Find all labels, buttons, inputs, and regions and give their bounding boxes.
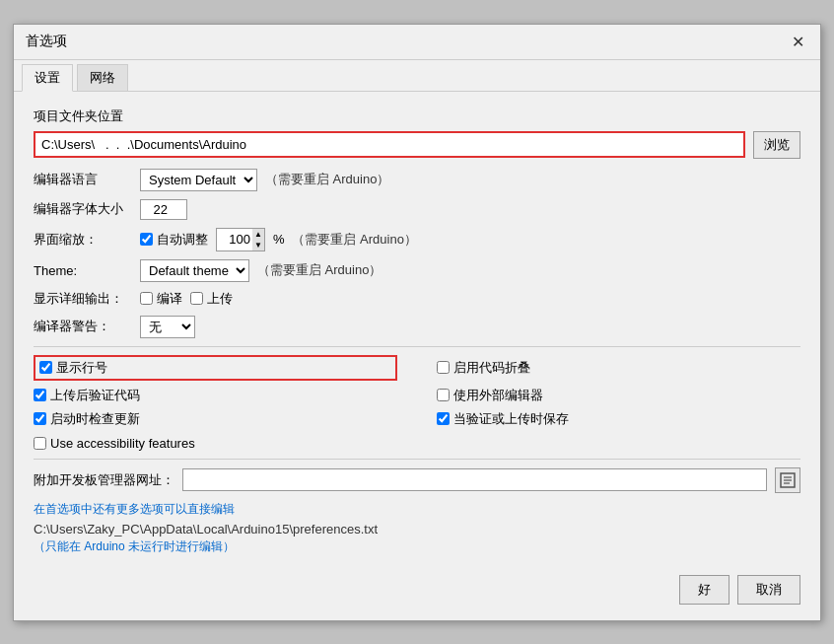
editor-font-size-label: 编辑器字体大小 — [34, 200, 132, 218]
save-on-verify-row: 当验证或上传时保存 — [437, 410, 800, 428]
show-line-numbers-label: 显示行号 — [56, 359, 107, 377]
editor-language-row: 编辑器语言 System Default （需要重启 Arduino） — [34, 169, 800, 191]
tab-bar: 设置 网络 — [14, 60, 820, 92]
compiler-warnings-row: 编译器警告： 无 默认 更多 全部 — [34, 316, 800, 338]
title-bar: 首选项 ✕ — [14, 25, 820, 60]
enable-code-folding-row: 启用代码折叠 — [437, 355, 800, 381]
cancel-button[interactable]: 取消 — [737, 575, 800, 605]
sketchbook-path-input[interactable] — [35, 133, 743, 156]
compile-checkbox[interactable] — [140, 292, 153, 305]
verbose-output-label: 显示详细输出： — [34, 290, 132, 308]
sketchbook-row: 浏览 — [34, 131, 800, 159]
zoom-spinners: ▲ ▼ — [252, 229, 264, 250]
verify-after-upload-checkbox[interactable] — [34, 389, 46, 401]
show-line-numbers-checkbox[interactable] — [39, 361, 52, 374]
prefs-note: （只能在 Arduino 未运行时进行编辑） — [34, 538, 800, 555]
verbose-output-row: 显示详细输出： 编译 上传 — [34, 290, 800, 308]
zoom-up-button[interactable]: ▲ — [252, 229, 264, 240]
tab-network[interactable]: 网络 — [77, 64, 128, 91]
tab-settings[interactable]: 设置 — [22, 64, 73, 92]
sketchbook-label: 项目文件夹位置 — [34, 107, 800, 125]
theme-restart-note: （需要重启 Arduino） — [257, 261, 382, 279]
check-updates-checkbox[interactable] — [34, 412, 46, 425]
interface-scale-row: 界面缩放： 自动调整 ▲ ▼ % （需要重启 Arduino） — [34, 228, 800, 251]
zoom-down-button[interactable]: ▼ — [252, 240, 264, 250]
show-line-numbers-row: 显示行号 — [34, 355, 397, 381]
checkboxes-grid: 显示行号 启用代码折叠 上传后验证代码 使用外部编辑器 启动时检查更新 — [34, 355, 800, 428]
compiler-warnings-select[interactable]: 无 默认 更多 全部 — [140, 316, 195, 338]
verify-after-upload-row: 上传后验证代码 — [34, 387, 397, 404]
ok-button[interactable]: 好 — [679, 575, 730, 605]
scale-value-input[interactable] — [217, 230, 252, 249]
additional-boards-row: 附加开发板管理器网址： — [34, 467, 800, 493]
close-button[interactable]: ✕ — [788, 33, 808, 51]
divider2 — [34, 459, 800, 460]
url-icon-button[interactable] — [775, 467, 800, 493]
editor-font-size-input[interactable] — [140, 199, 187, 220]
save-on-verify-label: 当验证或上传时保存 — [453, 410, 569, 428]
use-external-editor-row: 使用外部编辑器 — [437, 387, 800, 404]
compile-label: 编译 — [157, 290, 182, 308]
check-updates-label: 启动时检查更新 — [50, 410, 140, 428]
accessibility-checkbox-row: Use accessibility features — [34, 436, 195, 451]
save-on-verify-checkbox[interactable] — [437, 412, 450, 425]
preferences-dialog: 首选项 ✕ 设置 网络 项目文件夹位置 浏览 编辑器语言 System Defa… — [13, 24, 821, 621]
scale-restart-note: （需要重启 Arduino） — [292, 231, 416, 249]
auto-adjust-checkbox[interactable] — [140, 233, 153, 246]
interface-scale-label: 界面缩放： — [34, 231, 132, 249]
theme-label: Theme: — [34, 263, 132, 278]
prefs-path: C:\Users\Zaky_PC\AppData\Local\Arduino15… — [34, 522, 800, 537]
path-input-wrapper — [34, 131, 745, 158]
additional-boards-input[interactable] — [182, 468, 767, 491]
compiler-warnings-label: 编译器警告： — [34, 318, 132, 335]
additional-boards-label: 附加开发板管理器网址： — [34, 471, 174, 489]
upload-checkbox[interactable] — [190, 292, 203, 305]
accessibility-row: Use accessibility features — [34, 436, 800, 451]
accessibility-label: Use accessibility features — [50, 436, 195, 451]
dialog-title: 首选项 — [26, 33, 67, 50]
use-external-editor-label: 使用外部编辑器 — [453, 387, 543, 404]
accessibility-checkbox[interactable] — [34, 437, 46, 450]
editor-font-size-row: 编辑器字体大小 — [34, 199, 800, 220]
theme-row: Theme: Default theme （需要重启 Arduino） — [34, 259, 800, 282]
verify-after-upload-label: 上传后验证代码 — [50, 387, 140, 404]
upload-label: 上传 — [207, 290, 233, 308]
editor-language-select[interactable]: System Default — [140, 169, 257, 191]
divider — [34, 346, 800, 347]
footer-row: 好 取消 — [34, 567, 800, 605]
settings-content: 项目文件夹位置 浏览 编辑器语言 System Default （需要重启 Ar… — [14, 92, 820, 620]
enable-code-folding-label: 启用代码折叠 — [453, 359, 530, 377]
upload-checkbox-row: 上传 — [190, 290, 233, 308]
zoom-input-wrapper: ▲ ▼ — [216, 228, 265, 251]
editor-language-label: 编辑器语言 — [34, 171, 132, 188]
auto-adjust-label: 自动调整 — [157, 231, 208, 249]
check-updates-row: 启动时检查更新 — [34, 410, 397, 428]
editor-language-restart-note: （需要重启 Arduino） — [265, 171, 389, 188]
percent-symbol: % — [273, 232, 285, 247]
compile-checkbox-row: 编译 — [140, 290, 182, 308]
use-external-editor-checkbox[interactable] — [437, 389, 450, 401]
theme-select[interactable]: Default theme — [140, 259, 249, 282]
auto-adjust-checkbox-row: 自动调整 — [140, 231, 208, 249]
open-list-icon — [780, 472, 796, 488]
browse-button[interactable]: 浏览 — [753, 131, 800, 159]
enable-code-folding-checkbox[interactable] — [437, 361, 450, 374]
more-options-link[interactable]: 在首选项中还有更多选项可以直接编辑 — [34, 501, 800, 518]
